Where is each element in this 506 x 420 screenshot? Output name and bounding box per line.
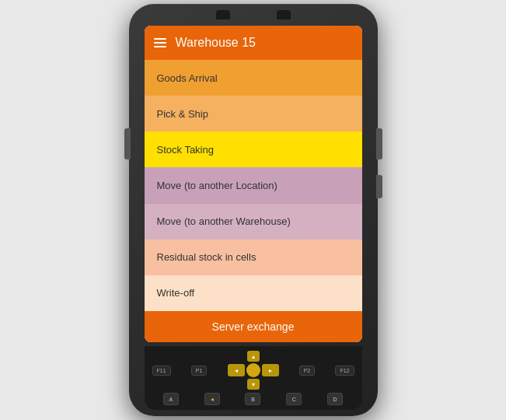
menu-item-pick-ship[interactable]: Pick & Ship [145, 96, 362, 131]
nav-right-button[interactable]: ▸ [262, 364, 279, 376]
key-d[interactable]: D [327, 393, 343, 405]
bump-right [277, 10, 291, 19]
handheld-device: Warehouse 15 Goods Arrival Pick & Ship S… [129, 4, 378, 416]
nav-down-button[interactable]: ▾ [247, 379, 260, 390]
menu-item-move-warehouse[interactable]: Move (to another Warehouse) [145, 204, 362, 240]
app-header: Warehouse 15 [145, 26, 362, 60]
key-b-label[interactable]: B [245, 393, 260, 405]
menu-list: Goods Arrival Pick & Ship Stock Taking M… [145, 60, 362, 311]
key-b: ◂ [204, 393, 220, 405]
menu-item-residual-stock[interactable]: Residual stock in cells [145, 240, 362, 275]
keypad-row-top: F11 P1 ◂ ▴ ▾ ▸ P2 [148, 351, 359, 390]
screen-outer: Warehouse 15 Goods Arrival Pick & Ship S… [145, 26, 362, 342]
p2-key[interactable]: P2 [299, 366, 316, 376]
keypad-row-bottom: A ◂ B C D [148, 393, 359, 405]
arrow-up-icon: ▴ [252, 353, 255, 360]
keypad: F11 P1 ◂ ▴ ▾ ▸ P2 [145, 346, 362, 410]
f11-key[interactable]: F11 [152, 366, 171, 376]
arrow-down-icon: ▾ [252, 381, 255, 388]
menu-item-move-location[interactable]: Move (to another Location) [145, 167, 362, 203]
p1-key[interactable]: P1 [191, 366, 208, 376]
nav-cluster: ◂ ▴ ▾ ▸ [228, 351, 279, 390]
key-a[interactable]: A [163, 393, 179, 405]
nav-center-button[interactable] [246, 363, 260, 377]
menu-item-goods-arrival[interactable]: Goods Arrival [145, 60, 362, 96]
hamburger-menu-button[interactable] [154, 38, 166, 47]
nav-up-button[interactable]: ▴ [247, 351, 260, 362]
f12-key[interactable]: F12 [335, 366, 354, 376]
arrow-left-icon: ◂ [235, 367, 238, 374]
menu-item-write-off[interactable]: Write-off [145, 275, 362, 311]
side-button-right-lower[interactable] [376, 175, 382, 198]
menu-item-stock-taking[interactable]: Stock Taking [145, 131, 362, 167]
header-title: Warehouse 15 [176, 36, 256, 50]
side-button-left[interactable] [124, 128, 131, 159]
side-button-right-upper[interactable] [376, 128, 382, 159]
nav-left-button[interactable]: ◂ [228, 364, 245, 376]
screen: Warehouse 15 Goods Arrival Pick & Ship S… [145, 26, 362, 342]
top-bumps [216, 10, 291, 19]
bump-left [216, 10, 230, 19]
arrow-left-small-icon: ◂ [211, 396, 214, 403]
arrow-right-icon: ▸ [269, 367, 272, 374]
key-c[interactable]: C [286, 393, 302, 405]
server-exchange-button[interactable]: Server exchange [145, 311, 362, 342]
